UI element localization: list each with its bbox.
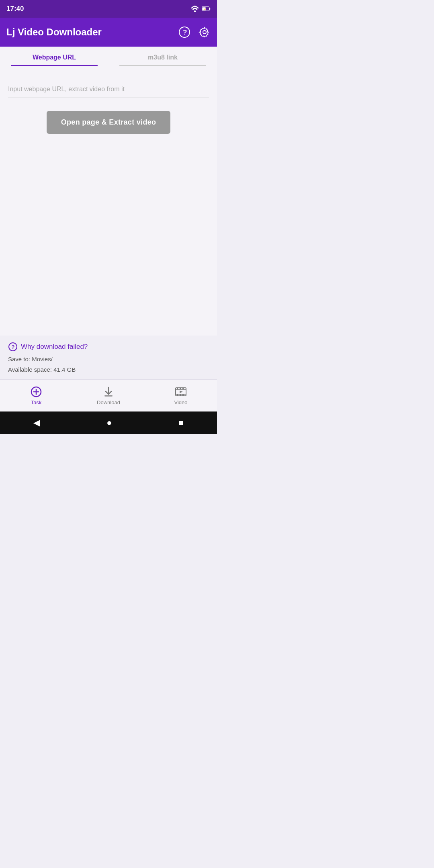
svg-rect-20	[182, 394, 184, 396]
app-bar-actions: ?	[178, 26, 211, 38]
wifi-icon	[190, 6, 199, 12]
nav-video-label: Video	[174, 399, 187, 405]
why-failed-text: Why download failed?	[21, 343, 88, 351]
settings-button[interactable]	[199, 26, 211, 38]
svg-rect-19	[180, 394, 181, 396]
svg-rect-2	[209, 8, 210, 10]
status-time: 17:40	[6, 5, 24, 13]
recent-button[interactable]: ■	[178, 418, 184, 428]
app-bar: Lj Video Downloader ?	[0, 18, 217, 47]
help-button[interactable]: ?	[178, 26, 190, 38]
svg-rect-15	[177, 388, 178, 389]
nav-task-label: Task	[31, 399, 42, 405]
svg-rect-17	[182, 388, 184, 389]
svg-rect-12	[104, 395, 113, 397]
home-button[interactable]: ●	[106, 418, 112, 428]
film-strip-icon	[175, 386, 187, 398]
svg-text:?: ?	[12, 344, 15, 350]
url-input-container	[8, 82, 209, 98]
bottom-info: ? Why download failed? Save to: Movies/ …	[0, 336, 217, 379]
svg-rect-18	[177, 394, 178, 396]
why-failed-row[interactable]: ? Why download failed?	[8, 342, 209, 352]
svg-marker-21	[180, 391, 183, 393]
nav-download-label: Download	[97, 399, 120, 405]
battery-icon: ⚡	[202, 6, 211, 12]
tabs: Webpage URL m3u8 link	[0, 47, 217, 66]
tab-webpage-url[interactable]: Webpage URL	[0, 47, 108, 66]
settings-gear-icon	[199, 26, 211, 38]
status-icons: ⚡	[190, 6, 211, 12]
why-failed-icon: ?	[8, 342, 18, 352]
nav-task[interactable]: Task	[0, 380, 72, 411]
nav-video[interactable]: Video	[145, 380, 217, 411]
extract-button[interactable]: Open page & Extract video	[47, 111, 171, 134]
svg-rect-16	[180, 388, 181, 389]
system-nav: ◀ ● ■	[0, 411, 217, 434]
main-content: Open page & Extract video	[0, 66, 217, 336]
status-bar: 17:40 ⚡	[0, 0, 217, 18]
bottom-nav: Task Download Video	[0, 379, 217, 411]
plus-circle-icon	[30, 386, 42, 398]
tab-m3u8-link[interactable]: m3u8 link	[108, 47, 217, 66]
svg-text:⚡: ⚡	[203, 8, 207, 11]
help-circle-icon: ?	[178, 26, 190, 38]
save-to-text: Save to: Movies/	[8, 354, 209, 364]
nav-download[interactable]: Download	[72, 380, 145, 411]
svg-text:?: ?	[183, 29, 187, 36]
app-title: Lj Video Downloader	[6, 27, 102, 38]
available-space-text: Available space: 41.4 GB	[8, 364, 209, 375]
download-arrow-icon	[102, 386, 115, 398]
svg-point-0	[194, 10, 196, 12]
back-button[interactable]: ◀	[33, 418, 40, 428]
url-input[interactable]	[8, 82, 209, 96]
